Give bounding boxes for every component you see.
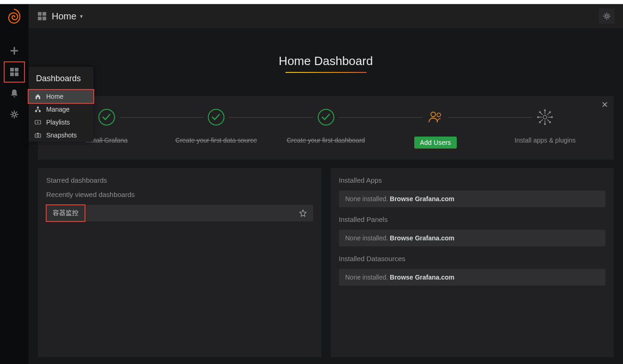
sitemap-icon (34, 106, 42, 113)
svg-point-10 (37, 135, 39, 137)
flyout-item-label: Manage (46, 106, 70, 113)
dashboard-settings-button[interactable] (599, 8, 615, 24)
grafana-logo-icon (7, 9, 21, 24)
svg-point-34 (551, 116, 553, 118)
svg-point-33 (537, 116, 539, 118)
installed-datasources-none: None installed. Browse Grafana.com (339, 269, 606, 286)
plugins-icon (536, 108, 554, 126)
home-icon (34, 93, 42, 100)
step-label: Create your first dashboard (287, 137, 365, 144)
main-area: Home ▼ Home Dashboard ✕ Install Grafana (29, 4, 623, 364)
svg-point-32 (544, 123, 546, 125)
svg-rect-14 (38, 17, 42, 20)
svg-rect-13 (42, 12, 46, 16)
getting-started-panel: ✕ Install Grafana Create your first data… (38, 96, 614, 160)
none-text: None installed. (345, 234, 390, 242)
svg-rect-0 (10, 68, 14, 72)
dashboard-item-name: 容器监控 (53, 209, 79, 217)
svg-rect-1 (15, 68, 18, 72)
close-getting-started-button[interactable]: ✕ (601, 100, 608, 110)
dashboard-grid-icon (9, 67, 19, 77)
svg-point-31 (544, 109, 546, 111)
check-circle-icon (207, 108, 225, 126)
installed-apps-title: Installed Apps (339, 176, 606, 184)
svg-rect-9 (35, 134, 41, 137)
sidebar-dashboards[interactable] (4, 61, 25, 83)
check-circle-icon (97, 108, 116, 126)
caret-down-icon: ▼ (79, 14, 84, 19)
flyout-item-label: Snapshots (46, 131, 77, 139)
flyout-title: Dashboards (29, 67, 93, 90)
gear-icon (603, 12, 611, 20)
installed-panel: Installed Apps None installed. Browse Gr… (331, 168, 614, 357)
svg-rect-6 (35, 110, 37, 112)
svg-point-38 (539, 121, 541, 123)
svg-point-16 (605, 15, 608, 17)
svg-rect-5 (37, 107, 39, 108)
installed-datasources-title: Installed Datasources (339, 255, 606, 263)
breadcrumb-dashboard-picker[interactable]: Home ▼ (52, 11, 84, 22)
svg-point-36 (549, 121, 551, 123)
svg-rect-3 (15, 72, 18, 76)
dashboard-grid-icon (37, 11, 47, 21)
users-icon (426, 108, 445, 126)
title-underline (285, 72, 367, 73)
step-create-dashboard[interactable]: Create your first dashboard (271, 108, 381, 149)
svg-rect-2 (10, 72, 14, 76)
none-text: None installed. (345, 274, 390, 281)
step-label: Create your first data source (175, 137, 257, 144)
flyout-item-label: Playlists (46, 119, 70, 126)
svg-rect-7 (39, 110, 41, 112)
page-title: Home Dashboard (279, 54, 373, 71)
gear-icon (10, 110, 19, 119)
starred-dashboards-title: Starred dashboards (46, 176, 313, 184)
svg-point-20 (431, 112, 435, 117)
recent-dashboards-title: Recently viewed dashboards (46, 191, 313, 198)
installed-panels-none: None installed. Browse Grafana.com (339, 230, 606, 246)
step-create-datasource[interactable]: Create your first data source (161, 108, 271, 149)
recent-dashboard-item[interactable]: 容器监控 (46, 205, 313, 221)
svg-rect-11 (37, 133, 39, 134)
none-text: None installed. (345, 195, 390, 203)
step-install-plugins[interactable]: Install apps & plugins (490, 108, 600, 149)
dashboards-flyout: Dashboards Home Manage Playlists Snapsho… (29, 67, 93, 142)
left-sidebar (0, 4, 29, 364)
svg-point-4 (13, 113, 16, 116)
flyout-item-snapshots[interactable]: Snapshots (29, 129, 93, 142)
breadcrumb-title: Home (52, 11, 76, 22)
sidebar-configuration[interactable] (4, 104, 25, 125)
camera-icon (34, 132, 42, 138)
flyout-item-manage[interactable]: Manage (29, 103, 93, 116)
grafana-logo[interactable] (6, 8, 23, 24)
topbar: Home ▼ (29, 4, 623, 28)
installed-apps-none: None installed. Browse Grafana.com (339, 191, 606, 207)
browse-grafana-link[interactable]: Browse Grafana.com (390, 195, 454, 203)
star-dashboard-button[interactable] (299, 209, 307, 217)
svg-point-37 (549, 111, 551, 113)
browse-grafana-link[interactable]: Browse Grafana.com (390, 274, 454, 281)
svg-rect-15 (42, 17, 46, 20)
star-outline-icon (299, 209, 307, 217)
add-users-button[interactable]: Add Users (414, 137, 456, 149)
svg-rect-12 (38, 12, 42, 16)
svg-point-35 (539, 111, 541, 113)
svg-point-21 (437, 113, 441, 117)
dashboards-panel: Starred dashboards Recently viewed dashb… (38, 168, 321, 357)
flyout-item-label: Home (46, 93, 63, 100)
playlist-icon (34, 119, 42, 125)
svg-point-22 (543, 115, 547, 119)
step-add-users[interactable]: Add Users (381, 108, 490, 149)
check-circle-icon (317, 108, 335, 126)
flyout-item-playlists[interactable]: Playlists (29, 116, 93, 129)
sidebar-create[interactable] (4, 40, 25, 61)
flyout-item-home[interactable]: Home (29, 90, 93, 103)
sidebar-alerting[interactable] (4, 83, 25, 104)
browse-grafana-link[interactable]: Browse Grafana.com (390, 234, 454, 242)
plus-icon (10, 46, 19, 55)
installed-panels-title: Installed Panels (339, 215, 606, 223)
bell-icon (10, 89, 18, 98)
step-label: Install apps & plugins (514, 137, 575, 144)
browser-chrome-strip (0, 0, 623, 4)
